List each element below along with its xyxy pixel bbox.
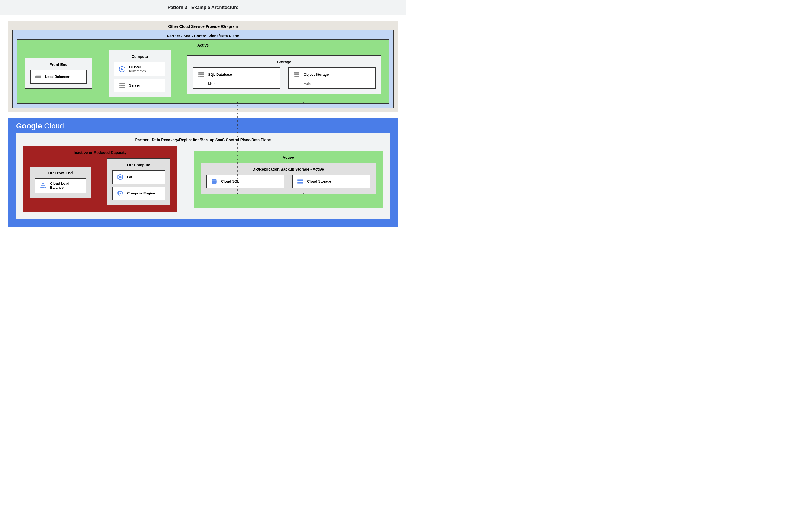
svg-point-57: [301, 182, 302, 183]
inactive-title: Inactive or Reduced Capacity: [30, 149, 170, 159]
svg-rect-31: [44, 187, 46, 188]
svg-point-5: [121, 68, 123, 70]
object-storage-icon: [293, 71, 300, 78]
other-cloud-box: Other Cloud Service Provider/On-prem Par…: [8, 20, 398, 112]
svg-rect-30: [43, 187, 44, 188]
dr-compute-box: DR Compute GKE Co: [107, 159, 170, 205]
clb-label: Cloud Load Balancer: [50, 181, 82, 190]
svg-point-14: [120, 85, 121, 86]
object-storage-item: Object Storage Main: [288, 67, 376, 89]
gke-label: GKE: [127, 175, 135, 179]
front-end-box: Front End Load Balancer: [24, 58, 92, 89]
sql-sublabel: Main: [208, 82, 275, 86]
load-balancer-icon: [34, 73, 42, 80]
cloud-load-balancer-icon: [39, 182, 47, 189]
svg-point-13: [120, 83, 121, 84]
load-balancer-label: Load Balancer: [45, 75, 69, 79]
svg-rect-58: [298, 180, 300, 180]
server-icon: [118, 82, 126, 89]
sql-label: SQL Database: [208, 72, 232, 77]
svg-rect-29: [40, 187, 42, 188]
svg-rect-28: [42, 183, 44, 184]
cloud-storage-item: Cloud Storage: [292, 175, 370, 188]
svg-marker-38: [119, 176, 121, 178]
svg-point-21: [199, 76, 200, 77]
active-title-bottom: Active: [201, 154, 376, 163]
compute-engine-item: Compute Engine: [112, 186, 165, 200]
gke-item: GKE: [112, 170, 165, 184]
partner-saas-box: Partner - SaaS Control Plane/Data Plane …: [12, 30, 394, 108]
load-balancer-item: Load Balancer: [30, 70, 87, 83]
cloud-storage-label: Cloud Storage: [307, 179, 331, 184]
dr-storage-box: DR/Replication/Backup Storage - Active C…: [201, 163, 376, 194]
svg-point-20: [199, 74, 200, 75]
svg-point-15: [120, 87, 121, 87]
dr-front-end-title: DR Front End: [35, 170, 86, 178]
cluster-item: Cluster Kubernetes: [114, 62, 165, 76]
cloud-storage-icon: [296, 178, 304, 185]
object-label: Object Storage: [304, 72, 328, 77]
object-sublabel: Main: [304, 82, 371, 86]
storage-box: Storage SQL Database Main: [187, 55, 382, 94]
gke-icon: [116, 173, 124, 181]
compute-engine-icon: [116, 189, 124, 197]
gc-logo-bold: Google: [16, 122, 42, 130]
sql-database-item: SQL Database Main: [193, 67, 280, 89]
active-title-top: Active: [24, 42, 382, 50]
active-box-top: Active Front End Load Balancer: [17, 40, 389, 104]
svg-point-25: [295, 73, 295, 73]
google-cloud-logo: Google Cloud: [16, 121, 390, 133]
other-cloud-title: Other Cloud Service Provider/On-prem: [12, 23, 394, 30]
partner-saas-title: Partner - SaaS Control Plane/Data Plane: [17, 33, 389, 40]
svg-rect-59: [298, 182, 300, 183]
partner-dr-box: Partner - Data Recovery/Replication/Back…: [16, 133, 390, 219]
google-cloud-box: Google Cloud Partner - Data Recovery/Rep…: [8, 118, 398, 227]
storage-title: Storage: [193, 58, 376, 67]
diagram-header: Pattern 3 - Example Architecture: [0, 0, 406, 15]
cloud-load-balancer-item: Cloud Load Balancer: [35, 178, 86, 193]
compute-title: Compute: [114, 53, 165, 62]
dr-compute-title: DR Compute: [112, 161, 165, 170]
partner-dr-title: Partner - Data Recovery/Replication/Back…: [23, 136, 383, 146]
svg-point-56: [301, 180, 302, 180]
cloud-sql-item: Cloud SQL: [206, 175, 284, 188]
dr-storage-title: DR/Replication/Backup Storage - Active: [206, 166, 370, 175]
active-box-bottom: Active DR/Replication/Backup Storage - A…: [194, 151, 383, 208]
svg-point-3: [39, 76, 40, 77]
svg-point-19: [199, 73, 200, 73]
svg-rect-40: [120, 192, 121, 193]
gc-logo-light: Cloud: [42, 122, 64, 130]
svg-point-27: [295, 76, 295, 77]
database-icon: [197, 71, 205, 78]
cloud-sql-label: Cloud SQL: [221, 179, 239, 184]
inactive-box: Inactive or Reduced Capacity DR Front En…: [23, 146, 177, 212]
svg-point-26: [295, 74, 295, 75]
compute-box: Compute Cluster Kubernetes: [108, 50, 171, 97]
kubernetes-icon: [118, 65, 126, 73]
front-end-title: Front End: [30, 61, 87, 70]
svg-point-1: [36, 76, 37, 77]
ce-label: Compute Engine: [127, 191, 155, 195]
server-item: Server: [114, 79, 165, 92]
cluster-sublabel: Kubernetes: [129, 69, 146, 73]
dr-front-end-box: DR Front End Cloud Load Balancer: [30, 167, 91, 198]
server-label: Server: [129, 83, 140, 88]
svg-point-2: [38, 76, 39, 77]
cluster-label: Cluster: [129, 65, 146, 69]
diagram-container: Other Cloud Service Provider/On-prem Par…: [0, 15, 406, 233]
cloud-sql-icon: [210, 178, 218, 185]
